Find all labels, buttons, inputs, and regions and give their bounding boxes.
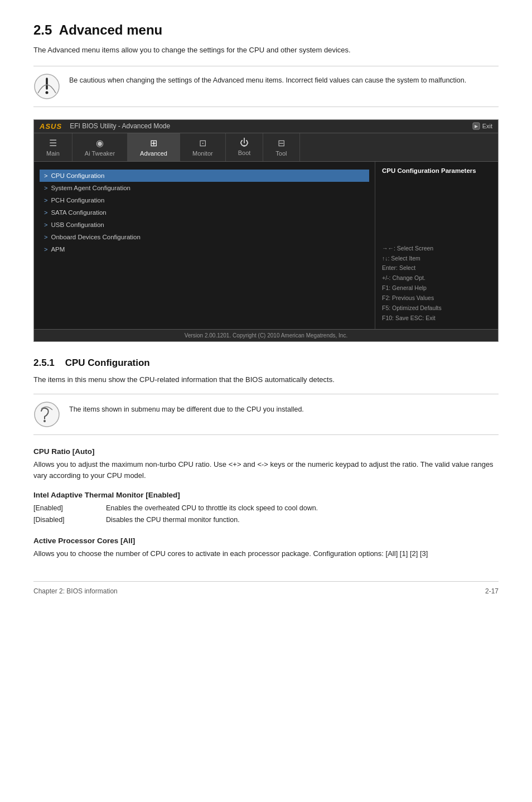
section-desc: The Advanced menu items allow you to cha… (33, 45, 499, 56)
setting-thermal-monitor: Intel Adaptive Thermal Monitor [Enabled]… (33, 491, 499, 526)
setting-row: [Enabled] Enables the overheated CPU to … (33, 503, 499, 514)
svg-text:▶: ▶ (475, 124, 478, 129)
menu-item-usb-config[interactable]: > USB Configuration (40, 219, 369, 231)
bios-ui: ASUS EFI BIOS Utility - Advanced Mode ▶ … (33, 119, 499, 342)
tab-main[interactable]: ☰ Main (34, 133, 72, 161)
bios-menu-list: > CPU Configuration > System Agent Confi… (34, 162, 375, 329)
tab-boot[interactable]: ⏻ Boot (226, 133, 264, 161)
bios-right-panel: CPU Configuration Parameters →←: Select … (375, 162, 498, 329)
tab-tool[interactable]: ⊟ Tool (263, 133, 299, 161)
boot-icon: ⏻ (240, 138, 249, 148)
arrow-icon: > (44, 185, 47, 191)
bios-header-title: EFI BIOS Utility - Advanced Mode (70, 122, 170, 130)
tab-advanced[interactable]: ⊞ Advanced (128, 133, 180, 161)
tab-monitor[interactable]: ⊡ Monitor (180, 133, 226, 161)
svg-point-5 (43, 420, 46, 422)
tool-icon: ⊟ (278, 138, 285, 148)
setting-cpu-ratio-desc: Allows you to adjust the maximum non-tur… (33, 459, 499, 481)
advanced-icon: ⊞ (150, 138, 157, 148)
section-title: 2.5 Advanced menu (33, 22, 499, 38)
footer-right: 2-17 (485, 587, 499, 595)
bios-body: > CPU Configuration > System Agent Confi… (34, 162, 498, 329)
main-icon: ☰ (49, 138, 57, 148)
bios-logo-text: ASUS (40, 122, 62, 131)
arrow-icon: > (44, 221, 47, 228)
setting-row: [Disabled] Disables the CPU thermal moni… (33, 514, 499, 526)
bios-tabs: ☰ Main ◉ Ai Tweaker ⊞ Advanced ⊡ Monitor… (34, 133, 498, 162)
note-text: The items shown in submenu may be differ… (69, 401, 304, 415)
arrow-icon: > (44, 246, 47, 253)
footer-left: Chapter 2: BIOS information (33, 587, 118, 595)
setting-cpu-ratio-title: CPU Ratio [Auto] (33, 447, 499, 456)
monitor-icon: ⊡ (199, 138, 206, 148)
warning-text: Be cautious when changing the settings o… (69, 73, 466, 86)
menu-item-cpu-config[interactable]: > CPU Configuration (40, 170, 369, 182)
menu-item-system-agent[interactable]: > System Agent Configuration (40, 182, 369, 194)
setting-active-cores-desc: Allows you to choose the number of CPU c… (33, 548, 499, 559)
setting-active-cores: Active Processor Cores [All] Allows you … (33, 537, 499, 559)
page-footer: Chapter 2: BIOS information 2-17 (33, 581, 499, 595)
exit-icon: ▶ (472, 122, 480, 130)
note-icon (33, 401, 60, 428)
note-box: The items shown in submenu may be differ… (33, 394, 499, 435)
subsection-desc: The items in this menu show the CPU-rela… (33, 374, 499, 385)
warning-box: Be cautious when changing the settings o… (33, 66, 499, 107)
svg-point-1 (46, 91, 49, 94)
bios-exit-button[interactable]: ▶ Exit (472, 122, 492, 130)
tab-ai-tweaker[interactable]: ◉ Ai Tweaker (72, 133, 128, 161)
bios-keyboard-hints: →←: Select Screen ↑↓: Select Item Enter:… (382, 244, 491, 323)
menu-item-pch-config[interactable]: > PCH Configuration (40, 194, 369, 206)
setting-thermal-options: [Enabled] Enables the overheated CPU to … (33, 503, 499, 526)
bios-logo: ASUS EFI BIOS Utility - Advanced Mode (40, 122, 170, 131)
menu-item-apm[interactable]: > APM (40, 243, 369, 255)
setting-thermal-title: Intel Adaptive Thermal Monitor [Enabled] (33, 491, 499, 499)
bios-footer: Version 2.00.1201. Copyright (C) 2010 Am… (34, 329, 498, 341)
arrow-icon: > (44, 197, 47, 204)
warning-icon (33, 73, 60, 100)
bios-header: ASUS EFI BIOS Utility - Advanced Mode ▶ … (34, 120, 498, 133)
subsection-title: 2.5.1 CPU Configuration (33, 357, 499, 369)
right-panel-title: CPU Configuration Parameters (382, 167, 491, 174)
arrow-icon: > (44, 209, 47, 216)
ai-tweaker-icon: ◉ (96, 138, 104, 148)
menu-item-sata-config[interactable]: > SATA Configuration (40, 206, 369, 219)
setting-cpu-ratio: CPU Ratio [Auto] Allows you to adjust th… (33, 447, 499, 481)
setting-active-cores-title: Active Processor Cores [All] (33, 537, 499, 545)
menu-item-onboard-devices[interactable]: > Onboard Devices Configuration (40, 231, 369, 243)
arrow-icon: > (44, 234, 47, 240)
arrow-icon: > (44, 172, 47, 179)
subsection-2-5-1: 2.5.1 CPU Configuration The items in thi… (33, 357, 499, 559)
